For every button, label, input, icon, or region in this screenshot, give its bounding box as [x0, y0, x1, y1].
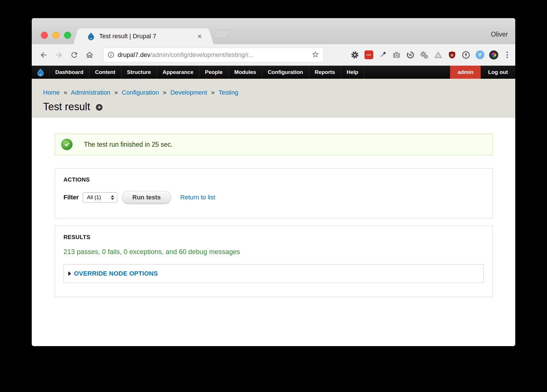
url-path: /admin/config/development/testing/r...: [150, 51, 253, 58]
browser-menu-icon[interactable]: [504, 50, 510, 59]
settings-gear-icon[interactable]: [350, 50, 360, 60]
admin-user-link[interactable]: admin: [450, 66, 481, 79]
filter-select[interactable]: All (1): [83, 192, 117, 203]
browser-tab[interactable]: Test result | Drupal 7 ×: [79, 28, 207, 44]
tab-title: Test result | Drupal 7: [99, 33, 194, 40]
actions-panel: ACTIONS Filter All (1) Run tests Return …: [55, 168, 493, 218]
drupal-logo-icon[interactable]: [32, 66, 49, 79]
drive-triangle-icon[interactable]: [433, 50, 443, 60]
close-window-button[interactable]: [41, 32, 48, 39]
page-content: The test run finished in 25 sec. ACTIONS…: [32, 118, 515, 346]
return-to-list-link[interactable]: Return to list: [180, 194, 215, 201]
page-header: Home » Administration » Configuration » …: [32, 79, 515, 118]
admin-menu-content[interactable]: Content: [89, 66, 121, 79]
admin-menu-structure[interactable]: Structure: [121, 66, 156, 79]
breadcrumb-development[interactable]: Development: [170, 89, 207, 96]
test-pass-summary: 213 passes, 0 fails, 0 exceptions, and 6…: [63, 248, 484, 256]
profile-name[interactable]: Oliver: [491, 31, 508, 38]
breadcrumb-administration[interactable]: Administration: [71, 89, 110, 96]
status-message-text: The test run finished in 25 sec.: [84, 141, 173, 148]
admin-menu-dashboard[interactable]: Dashboard: [49, 66, 89, 79]
success-check-icon: [61, 139, 73, 150]
admin-toolbar: Dashboard Content Structure Appearance P…: [32, 66, 515, 79]
camera-icon[interactable]: [392, 50, 401, 60]
fullscreen-window-button[interactable]: [64, 32, 71, 39]
session-sync-icon[interactable]: [406, 50, 415, 60]
home-icon[interactable]: [84, 49, 95, 61]
admin-menu-help[interactable]: Help: [341, 66, 364, 79]
back-icon[interactable]: [38, 49, 49, 61]
browser-titlebar: Test result | Drupal 7 × Oliver: [32, 18, 515, 44]
extension-icons: ••• u: [350, 50, 499, 60]
camera-lens-icon[interactable]: [489, 50, 499, 60]
results-heading: RESULTS: [63, 234, 484, 240]
breadcrumb-separator: »: [64, 89, 67, 96]
actions-heading: ACTIONS: [63, 176, 484, 183]
admin-menu-people[interactable]: People: [199, 66, 228, 79]
drupal-favicon-icon: [87, 32, 95, 41]
override-node-options-fieldset[interactable]: OVERRIDE NODE OPTIONS: [63, 264, 484, 283]
breadcrumb: Home » Administration » Configuration » …: [43, 89, 515, 96]
password-dots-icon[interactable]: •••: [364, 50, 374, 60]
filter-label: Filter: [63, 194, 79, 201]
filter-row: Filter All (1) Run tests Return to list: [63, 191, 484, 204]
tab-close-icon[interactable]: ×: [198, 33, 202, 40]
results-panel: RESULTS 213 passes, 0 fails, 0 exception…: [55, 226, 493, 297]
select-arrows-icon: [111, 195, 114, 200]
collapse-arrow-icon: [68, 271, 71, 276]
admin-menu: Dashboard Content Structure Appearance P…: [49, 66, 364, 79]
keyhole-circle-icon[interactable]: [461, 50, 471, 60]
logout-link[interactable]: Log out: [481, 66, 515, 79]
svg-text:u: u: [451, 52, 453, 57]
bookmark-star-icon[interactable]: [311, 50, 319, 59]
new-tab-button[interactable]: [213, 30, 231, 38]
traffic-lights: [41, 32, 71, 39]
admin-menu-configuration[interactable]: Configuration: [262, 66, 309, 79]
breadcrumb-configuration[interactable]: Configuration: [122, 89, 159, 96]
breadcrumb-separator: »: [163, 89, 166, 96]
browser-window: Test result | Drupal 7 × Oliver i drupa: [32, 18, 515, 346]
forward-icon: [53, 49, 65, 61]
minimize-window-button[interactable]: [52, 32, 60, 39]
address-bar[interactable]: i drupal7.dev/admin/config/development/t…: [103, 48, 324, 62]
page-info-icon[interactable]: i: [108, 52, 114, 58]
browser-toolbar: i drupal7.dev/admin/config/development/t…: [32, 44, 515, 66]
developer-gears-icon[interactable]: [419, 50, 429, 60]
page-title: Test result: [43, 101, 90, 113]
admin-menu-reports[interactable]: Reports: [309, 66, 341, 79]
v-badge-icon[interactable]: V: [475, 50, 485, 60]
desktop-background: Test result | Drupal 7 × Oliver i drupa: [0, 0, 547, 392]
ublock-shield-icon[interactable]: u: [447, 50, 457, 60]
add-shortcut-icon[interactable]: +: [95, 103, 103, 111]
breadcrumb-home[interactable]: Home: [43, 89, 60, 96]
filter-select-value: All (1): [87, 194, 111, 201]
breadcrumb-separator: »: [211, 89, 215, 96]
url-text[interactable]: drupal7.dev/admin/config/development/tes…: [118, 51, 311, 59]
run-tests-button[interactable]: Run tests: [122, 191, 171, 204]
url-host: drupal7.dev: [118, 51, 150, 58]
admin-menu-appearance[interactable]: Appearance: [156, 66, 199, 79]
breadcrumb-testing[interactable]: Testing: [219, 89, 238, 96]
admin-menu-modules[interactable]: Modules: [228, 66, 262, 79]
admin-toolbar-right: admin Log out: [450, 66, 515, 79]
status-message: The test run finished in 25 sec.: [55, 134, 493, 155]
override-node-options-label[interactable]: OVERRIDE NODE OPTIONS: [74, 270, 158, 277]
breadcrumb-separator: »: [114, 89, 118, 96]
eyedropper-icon[interactable]: [378, 50, 387, 60]
reload-icon[interactable]: [69, 49, 80, 61]
